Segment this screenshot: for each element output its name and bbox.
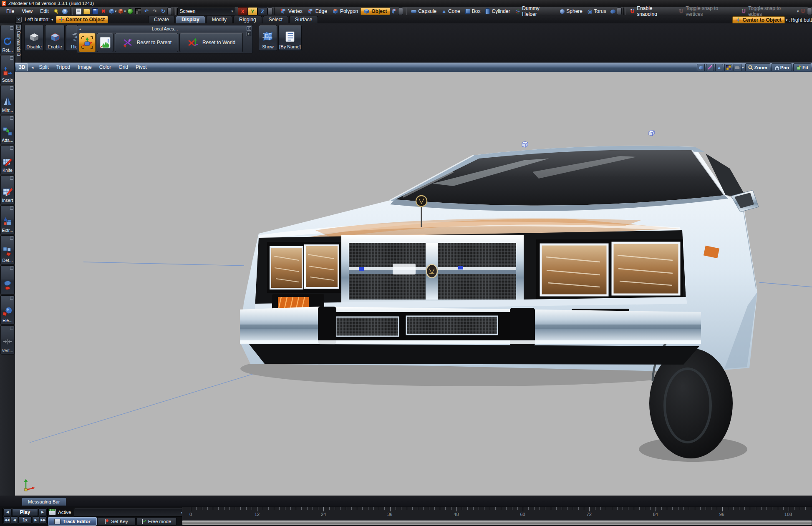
axis-options-button[interactable]: [267, 8, 272, 15]
reset-to-parent-button[interactable]: Reset to Parent: [115, 33, 178, 52]
mode-polygon-button[interactable]: Polygon: [330, 8, 361, 15]
enable-snapping-button[interactable]: Enable snapping: [627, 8, 676, 15]
show-button[interactable]: Show: [259, 25, 277, 51]
primitive-sphere-button[interactable]: Sphere: [557, 8, 585, 15]
viewport-menu-image[interactable]: Image: [74, 64, 95, 70]
zoom-button[interactable]: Zoom: [745, 63, 770, 71]
car-model[interactable]: [240, 146, 759, 462]
commands-bar-tab[interactable]: ◱ Commands B: [15, 23, 22, 63]
viewport-3d[interactable]: [15, 72, 812, 496]
primitive-torus-button[interactable]: ◎Torus: [585, 8, 609, 15]
license-icon[interactable]: [53, 8, 61, 15]
tab-rigging[interactable]: Rigging: [233, 16, 262, 23]
material-icon[interactable]: [134, 8, 143, 15]
viewport-menu-split[interactable]: Split: [35, 64, 52, 70]
tool-detach[interactable]: Det...: [0, 235, 15, 264]
primitive-dummy-button[interactable]: Dummy Helper: [513, 8, 558, 15]
active-toggle[interactable]: Active: [49, 508, 71, 516]
export-caret-icon[interactable]: ▾: [115, 9, 117, 13]
fit-button[interactable]: Fit: [793, 63, 811, 71]
more-panel-icon[interactable]: ▸: [247, 32, 251, 36]
tool-weld-vertices[interactable]: Vert...: [0, 325, 15, 355]
disable-button[interactable]: Disable: [24, 25, 44, 51]
tab-create[interactable]: Create: [148, 16, 175, 23]
enable-button[interactable]: Enable: [45, 25, 65, 51]
by-name-button[interactable]: [By Name]: [278, 25, 302, 51]
collapse-arrow-icon[interactable]: ◂: [31, 65, 33, 70]
right-action-button[interactable]: Center to Object: [732, 16, 784, 24]
step-back-button[interactable]: ◀: [11, 516, 18, 524]
camera-icon[interactable]: [734, 64, 741, 71]
snap-edges-button[interactable]: Toggle snap to edges: [739, 8, 797, 15]
texture-view-icon[interactable]: [724, 64, 732, 71]
tool-insert[interactable]: Insert: [0, 175, 15, 204]
play-button[interactable]: Play: [12, 508, 38, 516]
dummy-helper-icon[interactable]: [522, 141, 528, 147]
reset-to-world-button[interactable]: Reset to World: [179, 33, 243, 52]
tool-extrude[interactable]: Extr...: [0, 205, 15, 234]
menu-view[interactable]: View: [18, 8, 36, 15]
new-file-icon[interactable]: [74, 8, 83, 15]
primitive-extra-icon[interactable]: [609, 8, 617, 15]
mode-options-button[interactable]: [398, 8, 403, 15]
speed-button[interactable]: 1x: [18, 516, 32, 524]
menu-file[interactable]: File: [3, 8, 18, 15]
pick-axes-button[interactable]: [97, 33, 113, 52]
viewport-menu-pivot[interactable]: Pivot: [132, 64, 151, 70]
collapse-icon[interactable]: ▴: [79, 27, 81, 31]
dummy-helper-icon[interactable]: [649, 130, 654, 136]
help-icon[interactable]: ?: [61, 8, 69, 15]
tab-select[interactable]: Select: [263, 16, 288, 23]
primitive-cylinder-button[interactable]: Cylinder: [483, 8, 512, 15]
left-button-caret-icon[interactable]: ▾: [51, 18, 53, 22]
tool-element[interactable]: Ele...: [0, 295, 15, 325]
mode-object-button[interactable]: Object: [361, 8, 390, 15]
tool-attach[interactable]: Atta...: [0, 115, 15, 144]
tab-modify[interactable]: Modify: [206, 16, 232, 23]
track-editor-button[interactable]: Track Editor: [48, 517, 97, 526]
redo-icon[interactable]: ↷: [151, 8, 159, 15]
open-file-icon[interactable]: [83, 8, 91, 15]
tab-surface[interactable]: Surface: [289, 16, 318, 23]
skip-start-button[interactable]: ◀: [3, 508, 12, 516]
fast-forward-button[interactable]: ▶▶: [40, 516, 47, 524]
pin-panel-icon[interactable]: ◱: [16, 25, 21, 30]
undo-icon[interactable]: ↶: [142, 8, 151, 15]
mode-extra-icon[interactable]: [390, 8, 398, 15]
snap-options-button[interactable]: [807, 8, 812, 15]
free-mode-button[interactable]: Free mode: [136, 517, 177, 526]
toolbar-overflow-button[interactable]: [167, 8, 172, 15]
step-forward-button[interactable]: ▶: [32, 516, 39, 524]
primitive-options-button[interactable]: [617, 8, 622, 15]
tool-knife[interactable]: Knife: [0, 145, 15, 174]
refresh-icon[interactable]: ↻: [159, 8, 167, 15]
viewport-menu-color[interactable]: Color: [96, 64, 115, 70]
mode-edge-button[interactable]: Edge: [305, 8, 330, 15]
tool-scale[interactable]: Scale: [0, 55, 15, 84]
tool-unite[interactable]: [0, 265, 15, 294]
snap-vertices-button[interactable]: Toggle snap to vertices: [676, 8, 739, 15]
axis-x-button[interactable]: X: [238, 7, 248, 15]
left-action-button[interactable]: Center to Object: [56, 16, 108, 23]
timeline-ruler[interactable]: 0 12 24 36 48 60 72 84 96 108: [182, 507, 812, 520]
pan-button[interactable]: Pan: [772, 63, 792, 71]
screen-combobox[interactable]: Screen ▾: [177, 8, 235, 15]
view-caret-icon[interactable]: ▾: [742, 65, 744, 70]
menu-edit[interactable]: Edit: [36, 8, 53, 15]
tool-rotate[interactable]: Rot...: [0, 25, 15, 54]
viewport-menu-grid[interactable]: Grid: [115, 64, 132, 70]
primitive-capsule-button[interactable]: Capsule: [409, 8, 439, 15]
view-mode-button[interactable]: 3D: [16, 63, 28, 71]
axis-y-button[interactable]: Y: [248, 7, 258, 15]
local-axes-header[interactable]: ▴ Local Axes...: [77, 25, 252, 32]
wire-pen-icon[interactable]: [706, 64, 714, 71]
render-globe-icon[interactable]: [126, 8, 134, 15]
right-action-caret-icon[interactable]: ▾: [786, 18, 788, 22]
close-panel-icon[interactable]: ✕: [16, 17, 22, 23]
shading-icon[interactable]: [697, 64, 705, 71]
show-local-axes-button[interactable]: [79, 33, 96, 52]
axis-z-button[interactable]: Z: [257, 7, 267, 15]
skip-end-button[interactable]: ▶: [38, 508, 47, 516]
tab-display[interactable]: Display: [176, 16, 205, 23]
viewport-menu-tripod[interactable]: Tripod: [53, 64, 74, 70]
